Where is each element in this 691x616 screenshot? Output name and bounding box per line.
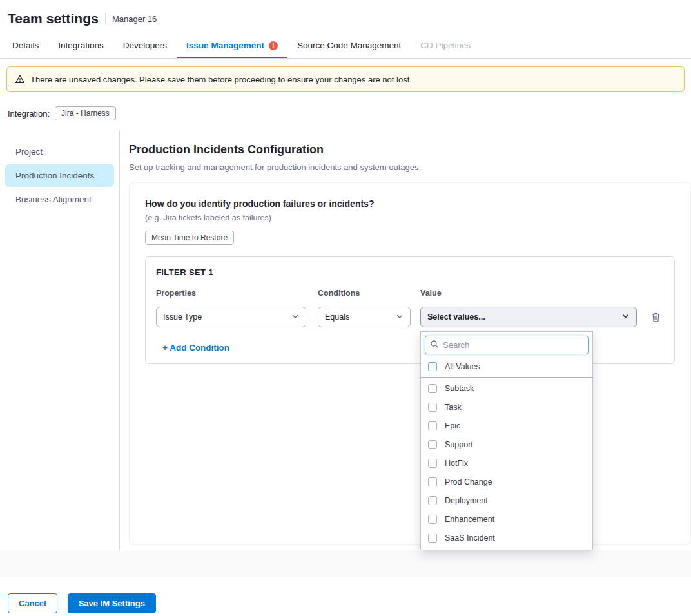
value-select-placeholder: Select values... (427, 313, 485, 322)
search-icon (430, 340, 439, 351)
option-checkbox[interactable] (428, 496, 437, 505)
option-support[interactable]: Support (421, 435, 592, 454)
option-task[interactable]: Task (421, 398, 592, 416)
condition-select-value: Equals (325, 313, 349, 322)
option-label: HotFix (445, 459, 468, 468)
option-label: Epic (445, 421, 460, 430)
value-select-wrapper: Select values... (420, 307, 637, 327)
save-im-settings-button[interactable]: Save IM Settings (68, 593, 156, 613)
filter-set-1: FILTER SET 1 Properties Conditions Value… (145, 256, 675, 364)
chevron-down-icon (621, 312, 630, 322)
footer-actions: Cancel Save IM Settings (0, 577, 691, 616)
section-title: Production Incidents Configuration (129, 143, 691, 157)
metric-chip[interactable]: Mean Time to Restore (145, 231, 234, 245)
team-settings-page: Team settings Manager 16 Details Integra… (0, 0, 691, 616)
filter-column-labels: Properties Conditions Value (156, 289, 664, 298)
option-checkbox[interactable] (428, 421, 437, 430)
section-description: Set up tracking and management for produ… (129, 162, 691, 172)
question-hint: (e.g. Jira tickets labeled as failures) (145, 213, 675, 222)
page-header: Team settings Manager 16 (0, 0, 691, 33)
warning-icon (15, 74, 25, 84)
unsaved-changes-badge-icon: ! (269, 41, 278, 50)
question-heading: How do you identify production failures … (145, 198, 675, 209)
option-label: Prod Change (445, 477, 492, 486)
filter-row: Issue Type Equals (156, 307, 664, 327)
tab-label: Developers (123, 41, 167, 50)
dropdown-search[interactable] (425, 336, 589, 354)
option-checkbox[interactable] (428, 477, 437, 486)
option-checkbox[interactable] (428, 440, 437, 449)
option-saas-incident[interactable]: SaaS Incident (421, 528, 592, 547)
integration-row: Integration: Jira - Harness (0, 100, 691, 130)
integration-label: Integration: (8, 109, 50, 119)
option-label: Deployment (445, 496, 488, 505)
unsaved-changes-banner: There are unsaved changes. Please save t… (6, 66, 685, 92)
tab-issue-management[interactable]: Issue Management ! (177, 33, 287, 58)
all-values-checkbox[interactable] (428, 362, 437, 371)
value-select[interactable]: Select values... (420, 307, 637, 327)
tab-label: Details (12, 41, 39, 50)
option-label: SaaS Incident (445, 534, 495, 543)
option-deployment[interactable]: Deployment (421, 491, 592, 510)
option-prod-change[interactable]: Prod Change (421, 472, 592, 491)
filter-set-title: FILTER SET 1 (156, 267, 664, 277)
footer-spacer (0, 550, 691, 577)
dropdown-divider (421, 377, 592, 378)
property-select-value: Issue Type (163, 313, 202, 322)
tab-label: Issue Management (186, 41, 264, 50)
settings-content: Project Production Incidents Business Al… (0, 130, 691, 550)
add-condition-link[interactable]: + Add Condition (162, 343, 229, 352)
page-title: Team settings (8, 11, 99, 26)
option-checkbox[interactable] (428, 384, 437, 393)
production-incidents-section: Production Incidents Configuration Set u… (120, 130, 691, 550)
option-customer-notification[interactable]: Customer Notification (421, 547, 592, 550)
option-label: All Values (445, 362, 480, 371)
option-epic[interactable]: Epic (421, 416, 592, 435)
tab-source-code-management[interactable]: Source Code Management (287, 33, 411, 58)
option-hotfix[interactable]: HotFix (421, 454, 592, 472)
title-divider (105, 13, 106, 24)
option-checkbox[interactable] (428, 403, 437, 412)
integration-chip: Jira - Harness (55, 106, 116, 120)
tab-integrations[interactable]: Integrations (48, 33, 113, 58)
tab-developers[interactable]: Developers (113, 33, 177, 58)
option-checkbox[interactable] (428, 515, 437, 524)
chevron-down-icon (396, 313, 404, 322)
settings-sidebar: Project Production Incidents Business Al… (0, 130, 120, 550)
option-label: Subtask (445, 384, 474, 393)
tab-label: Integrations (58, 41, 104, 50)
team-name: Manager 16 (112, 14, 157, 24)
option-checkbox[interactable] (428, 534, 437, 543)
chevron-down-icon (291, 313, 299, 322)
value-dropdown-panel: All Values Subtask Task (420, 331, 593, 550)
search-input[interactable] (443, 340, 583, 350)
sidebar-item-business-alignment[interactable]: Business Alignment (5, 188, 114, 211)
settings-tabs: Details Integrations Developers Issue Ma… (0, 33, 691, 59)
warning-text: There are unsaved changes. Please save t… (30, 75, 412, 84)
option-label: Enhancement (445, 515, 494, 524)
tab-label: CD Pipelines (420, 41, 471, 50)
tab-cd-pipelines: CD Pipelines (411, 33, 480, 58)
properties-column-label: Properties (156, 289, 306, 298)
incidents-config-card: How do you identify production failures … (129, 182, 691, 544)
cancel-button[interactable]: Cancel (8, 593, 57, 613)
sidebar-item-production-incidents[interactable]: Production Incidents (5, 164, 114, 187)
option-checkbox[interactable] (428, 459, 437, 468)
option-enhancement[interactable]: Enhancement (421, 510, 592, 528)
tab-label: Source Code Management (297, 41, 401, 50)
value-column-label: Value (420, 289, 637, 298)
option-label: Task (445, 403, 462, 412)
sidebar-item-project[interactable]: Project (5, 140, 114, 163)
conditions-column-label: Conditions (318, 289, 411, 298)
delete-filter-row-button[interactable] (651, 312, 661, 322)
option-subtask[interactable]: Subtask (421, 379, 592, 398)
condition-select[interactable]: Equals (318, 307, 411, 327)
option-all-values[interactable]: All Values (421, 358, 592, 375)
property-select[interactable]: Issue Type (156, 307, 306, 327)
option-label: Support (445, 440, 473, 449)
tab-details[interactable]: Details (3, 33, 48, 58)
